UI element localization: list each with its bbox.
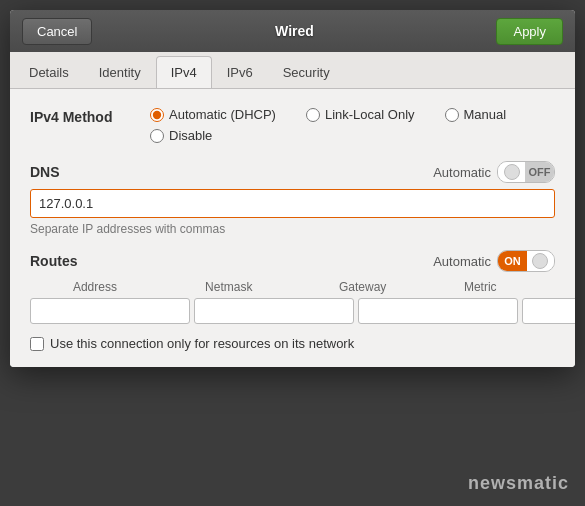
only-resources-checkbox[interactable] bbox=[30, 337, 44, 351]
col-gateway-header: Gateway bbox=[298, 280, 428, 294]
ipv4-method-options: Automatic (DHCP) Link-Local Only Manual … bbox=[150, 107, 555, 143]
titlebar: Cancel Wired Apply bbox=[10, 10, 575, 52]
radio-manual[interactable]: Manual bbox=[445, 107, 507, 122]
routes-automatic-label: Automatic bbox=[433, 254, 491, 269]
radio-manual-label: Manual bbox=[464, 107, 507, 122]
col-address-header: Address bbox=[30, 280, 160, 294]
dns-toggle[interactable]: OFF bbox=[497, 161, 555, 183]
dns-section: DNS Automatic OFF Separate IP addresses … bbox=[30, 161, 555, 236]
route-netmask-input[interactable] bbox=[194, 298, 354, 324]
dns-automatic-label: Automatic bbox=[433, 165, 491, 180]
route-address-input[interactable] bbox=[30, 298, 190, 324]
tab-ipv4[interactable]: IPv4 bbox=[156, 56, 212, 88]
radio-link-local[interactable]: Link-Local Only bbox=[306, 107, 415, 122]
routes-toggle[interactable]: ON bbox=[497, 250, 555, 272]
only-resources-row: Use this connection only for resources o… bbox=[30, 336, 555, 351]
routes-header: Routes Automatic ON bbox=[30, 250, 555, 272]
radio-auto-dhcp[interactable]: Automatic (DHCP) bbox=[150, 107, 276, 122]
col-netmask-header: Netmask bbox=[164, 280, 294, 294]
dialog: Cancel Wired Apply Details Identity IPv4… bbox=[10, 10, 575, 367]
ipv4-method-label: IPv4 Method bbox=[30, 107, 150, 125]
radio-link-local-label: Link-Local Only bbox=[325, 107, 415, 122]
watermark: newsmatic bbox=[468, 473, 569, 494]
tab-identity[interactable]: Identity bbox=[84, 56, 156, 88]
dns-hint: Separate IP addresses with commas bbox=[30, 222, 555, 236]
tab-bar: Details Identity IPv4 IPv6 Security bbox=[10, 52, 575, 89]
tab-security[interactable]: Security bbox=[268, 56, 345, 88]
dns-header: DNS Automatic OFF bbox=[30, 161, 555, 183]
routes-toggle-group: Automatic ON bbox=[433, 250, 555, 272]
tab-details[interactable]: Details bbox=[14, 56, 84, 88]
radio-disable-label: Disable bbox=[169, 128, 212, 143]
dialog-title: Wired bbox=[275, 23, 314, 39]
radio-auto-dhcp-label: Automatic (DHCP) bbox=[169, 107, 276, 122]
route-gateway-input[interactable] bbox=[358, 298, 518, 324]
col-metric-header: Metric bbox=[432, 280, 529, 294]
apply-button[interactable]: Apply bbox=[496, 18, 563, 45]
route-row: ✖ bbox=[30, 298, 555, 324]
route-metric-input[interactable] bbox=[522, 298, 575, 324]
tab-ipv6[interactable]: IPv6 bbox=[212, 56, 268, 88]
routes-label: Routes bbox=[30, 253, 77, 269]
routes-toggle-knob bbox=[527, 251, 554, 271]
routes-toggle-on-label: ON bbox=[498, 251, 527, 271]
routes-section: Routes Automatic ON Address Netmask Gate… bbox=[30, 250, 555, 351]
dns-input[interactable] bbox=[30, 189, 555, 218]
dns-label: DNS bbox=[30, 164, 60, 180]
cancel-button[interactable]: Cancel bbox=[22, 18, 92, 45]
dns-toggle-knob bbox=[498, 162, 525, 182]
content-area: IPv4 Method Automatic (DHCP) Link-Local … bbox=[10, 89, 575, 367]
radio-disable[interactable]: Disable bbox=[150, 128, 212, 143]
dns-toggle-group: Automatic OFF bbox=[433, 161, 555, 183]
ipv4-method-section: IPv4 Method Automatic (DHCP) Link-Local … bbox=[30, 107, 555, 143]
dns-toggle-off-label: OFF bbox=[525, 162, 554, 182]
routes-columns-header: Address Netmask Gateway Metric bbox=[30, 280, 555, 294]
only-resources-label: Use this connection only for resources o… bbox=[50, 336, 354, 351]
